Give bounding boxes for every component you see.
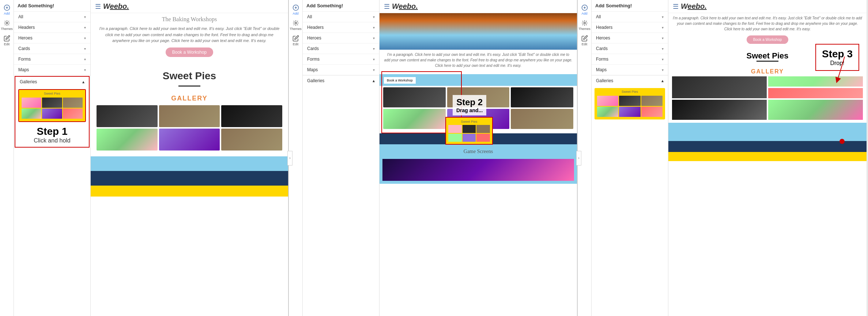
- photo-2-3: [511, 87, 573, 107]
- menu-all-3[interactable]: All ▾: [592, 12, 668, 22]
- chevron-all-3: ▾: [662, 15, 664, 19]
- hero-image-2: [380, 13, 577, 50]
- chevron-maps-3: ▾: [662, 68, 664, 72]
- collapse-btn-2[interactable]: ›: [576, 151, 581, 165]
- galleries-header-3[interactable]: Galleries ▴: [592, 75, 668, 86]
- hamburger-icon-3: ☰: [673, 3, 679, 11]
- sidebar-themes-label-3: Themes: [578, 27, 590, 31]
- chevron-cards: ▾: [84, 47, 86, 51]
- blue-band-1: [91, 156, 288, 171]
- photo-2-6: [511, 109, 573, 129]
- mini-cell-3: [63, 98, 83, 108]
- site-paragraph-2: I'm a paragraph. Click here to add your …: [384, 52, 573, 68]
- menu-maps[interactable]: Maps ▾: [14, 65, 90, 75]
- chevron-all-2: ▾: [373, 15, 375, 19]
- menu-all-2[interactable]: All ▾: [303, 12, 379, 22]
- menu-cards-2[interactable]: Cards ▾: [303, 43, 379, 54]
- menu-heroes-3[interactable]: Heroes ▾: [592, 33, 668, 43]
- gallery-card-3[interactable]: Sweet Pies: [595, 88, 665, 119]
- drop-target-dot: [839, 139, 845, 144]
- menu-heroes[interactable]: Heroes ▾: [14, 33, 90, 43]
- underline-bar-3: [756, 61, 778, 62]
- game-screens-band: Game Screens: [380, 144, 577, 184]
- sidebar-item-themes-2[interactable]: Themes: [289, 18, 303, 33]
- logo-3: Weebo.: [681, 2, 707, 11]
- chevron-cards-2: ▾: [373, 47, 375, 51]
- mini-cell-6: [63, 108, 83, 119]
- collapse-btn-1[interactable]: ›: [287, 151, 293, 165]
- add-panel-title-2: Add Something!: [303, 0, 379, 12]
- add-panel-1: Add Something! All ▾ Headers ▾ Heroes ▾ …: [14, 0, 91, 316]
- website-preview-1: ☰ Weebo. The Baking Workshops I'm a para…: [91, 0, 288, 316]
- sidebar-themes-label: Themes: [1, 27, 13, 31]
- step1-title: Step 1: [18, 126, 86, 137]
- galleries-section-1: Galleries ▴ Sweet Pies: [15, 76, 90, 148]
- logo-2: Weebo.: [392, 2, 418, 11]
- add-panel-title-3: Add Something!: [592, 0, 668, 12]
- step2-label: Step 2 Drag and...: [453, 95, 486, 115]
- chevron-galleries-2: ▴: [373, 78, 375, 83]
- menu-forms-2[interactable]: Forms ▾: [303, 54, 379, 65]
- sidebar-item-add-2[interactable]: Add: [289, 2, 303, 18]
- chevron-heroes-2: ▾: [373, 36, 375, 40]
- chevron-heroes-3: ▾: [662, 36, 664, 40]
- site-paragraph-3: I'm a paragraph. Click here to add your …: [673, 15, 862, 32]
- chevron-forms: ▾: [84, 57, 86, 61]
- sidebar-item-themes[interactable]: Themes: [0, 18, 14, 33]
- chevron-maps: ▾: [84, 68, 86, 72]
- menu-all[interactable]: All ▾: [14, 12, 90, 22]
- svg-point-7: [295, 22, 297, 24]
- menu-heroes-2[interactable]: Heroes ▾: [303, 33, 379, 43]
- chevron-heroes: ▾: [84, 36, 86, 40]
- photo-3: [221, 105, 282, 127]
- gallery-card-1[interactable]: Sweet Pies: [18, 89, 86, 122]
- book-area-2: Book a Workshop: [384, 77, 416, 84]
- menu-headers-3[interactable]: Headers ▾: [592, 22, 668, 33]
- menu-forms[interactable]: Forms ▾: [14, 54, 90, 65]
- chevron-forms-3: ▾: [662, 57, 664, 61]
- menu-headers[interactable]: Headers ▾: [14, 22, 90, 33]
- book-button-3[interactable]: Book a Workshop: [747, 35, 789, 44]
- dragging-card-2: Sweet Pies: [445, 117, 493, 145]
- sidebar-item-edit-2[interactable]: Edit: [289, 33, 303, 48]
- galleries-header-2[interactable]: Galleries ▴: [303, 75, 379, 86]
- mini-cell-5: [42, 108, 62, 119]
- blue-band-3: [668, 123, 867, 141]
- panel-3: Add Themes Edit Add Something! All ▾ Hea…: [578, 0, 867, 316]
- sidebar-item-themes-3[interactable]: Themes: [578, 18, 592, 33]
- yellow-band-3: [668, 152, 867, 161]
- chevron-headers-2: ▾: [373, 26, 375, 30]
- game-screens-title: Game Screens: [381, 146, 575, 157]
- sidebar-item-add[interactable]: Add: [0, 2, 14, 18]
- sidebar-item-add-3[interactable]: Add: [578, 2, 592, 18]
- sidebar-item-edit[interactable]: Edit: [0, 33, 14, 48]
- game-screens-image: [382, 159, 574, 181]
- site-paragraph-1: I'm a paragraph. Click here to add your …: [97, 26, 282, 44]
- dropped-photo-grid-2: [672, 100, 863, 120]
- chevron-forms-2: ▾: [373, 57, 375, 61]
- panel-2: Add Themes Edit Add Something! All ▾ Hea…: [289, 0, 578, 316]
- menu-cards[interactable]: Cards ▾: [14, 43, 90, 54]
- website-preview-2: ☰ Weebo. I'm a paragraph. Click here to …: [380, 0, 577, 316]
- menu-forms-3[interactable]: Forms ▾: [592, 54, 668, 65]
- mini-gallery: [20, 96, 84, 120]
- galleries-header-1[interactable]: Galleries ▴: [15, 77, 89, 87]
- logo-1: Weebo.: [103, 2, 129, 11]
- photo-5: [159, 129, 220, 151]
- sidebar-add-label-2: Add: [293, 12, 298, 15]
- menu-maps-3[interactable]: Maps ▾: [592, 65, 668, 75]
- sidebar-edit-label: Edit: [4, 42, 10, 46]
- sidebar-item-edit-3[interactable]: Edit: [578, 33, 592, 48]
- menu-maps-2[interactable]: Maps ▾: [303, 65, 379, 75]
- sweet-pies-title-1: Sweet Pies: [97, 70, 282, 82]
- sidebar-add-label-3: Add: [581, 12, 587, 15]
- book-button-1[interactable]: Book a Workshop: [166, 47, 214, 57]
- menu-cards-3[interactable]: Cards ▾: [592, 43, 668, 54]
- photo-1: [97, 105, 158, 127]
- add-panel-title: Add Something!: [14, 0, 90, 12]
- dark-band-1: [91, 171, 288, 186]
- panel-1: Add Themes Edit Add Something! All ▾ Hea…: [0, 0, 289, 316]
- photo-2-1: [383, 87, 446, 107]
- mini-gallery-3: [596, 94, 664, 118]
- menu-headers-2[interactable]: Headers ▾: [303, 22, 379, 33]
